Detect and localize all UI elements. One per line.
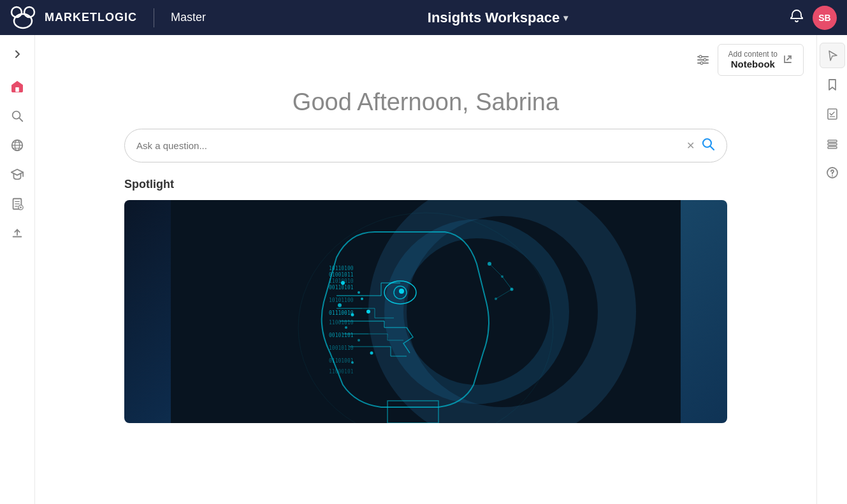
svg-point-2 — [14, 14, 32, 28]
svg-line-26 — [787, 56, 791, 60]
svg-text:11010010: 11010010 — [329, 278, 354, 284]
sidebar-item-globe[interactable] — [4, 132, 31, 159]
search-submit-icon[interactable] — [701, 137, 715, 154]
spotlight-section: Spotlight — [35, 178, 816, 423]
workspace-chevron-icon: ▾ — [563, 13, 568, 23]
svg-line-28 — [711, 147, 714, 150]
greeting-text: Good Afternoon, Sabrina — [48, 89, 804, 116]
notification-bell-icon[interactable] — [790, 9, 804, 26]
nav-right: SB — [790, 6, 837, 30]
svg-text:01101001: 01101001 — [329, 358, 354, 364]
spotlight-image[interactable]: 10110100 01001011 11010010 00110101 1010… — [124, 200, 727, 423]
svg-text:00101101: 00101101 — [329, 333, 354, 338]
bookmark-icon[interactable] — [820, 72, 845, 97]
svg-rect-3 — [15, 87, 19, 92]
sidebar-item-search[interactable] — [4, 103, 31, 129]
help-icon[interactable] — [820, 160, 845, 185]
logo-area: MARKETLOGIC Master — [10, 6, 206, 30]
content-area: Add content to Notebook Good Afternoon, … — [35, 35, 816, 504]
svg-point-39 — [358, 291, 360, 294]
svg-point-44 — [366, 310, 370, 313]
sidebar-expand-button[interactable] — [6, 43, 29, 66]
stack-icon[interactable] — [820, 131, 845, 156]
svg-text:10101100: 10101100 — [329, 298, 354, 303]
nav-master-label: Master — [171, 11, 206, 24]
checklist-icon[interactable] — [820, 101, 845, 127]
svg-line-5 — [19, 118, 22, 121]
svg-point-23 — [699, 55, 702, 58]
svg-point-40 — [338, 303, 342, 307]
sidebar-item-upload[interactable] — [4, 220, 31, 247]
cursor-tool-icon[interactable] — [820, 43, 845, 68]
search-input[interactable] — [136, 140, 680, 151]
search-clear-icon[interactable]: ✕ — [686, 140, 695, 152]
sidebar-item-home[interactable] — [4, 73, 31, 100]
user-avatar[interactable]: SB — [813, 6, 837, 30]
sidebar-item-reports[interactable] — [4, 191, 31, 217]
search-section: ✕ — [35, 129, 816, 178]
logo-text: MARKETLOGIC — [45, 11, 137, 24]
insights-workspace-button[interactable]: Insights Workspace ▾ — [428, 10, 568, 26]
filter-icon[interactable] — [696, 53, 710, 67]
svg-point-50 — [399, 289, 404, 294]
svg-text:01001011: 01001011 — [329, 272, 354, 278]
svg-text:10110100: 10110100 — [329, 266, 354, 271]
main-area: Add content to Notebook Good Afternoon, … — [0, 35, 847, 504]
spotlight-label: Spotlight — [124, 178, 727, 191]
svg-text:00110101: 00110101 — [329, 285, 354, 291]
nav-divider — [154, 8, 154, 27]
svg-point-43 — [345, 326, 347, 329]
svg-point-76 — [832, 175, 833, 176]
nav-center: Insights Workspace ▾ — [206, 10, 790, 26]
svg-text:11001010: 11001010 — [329, 320, 354, 326]
svg-text:10010110: 10010110 — [329, 345, 354, 351]
content-toolbar: Add content to Notebook — [35, 35, 816, 82]
marketlogic-logo[interactable] — [10, 6, 37, 30]
svg-point-24 — [704, 59, 706, 61]
svg-rect-73 — [828, 143, 837, 145]
top-navigation: MARKETLOGIC Master Insights Workspace ▾ … — [0, 0, 847, 35]
greeting-section: Good Afternoon, Sabrina — [35, 82, 816, 129]
add-notebook-text: Add content to Notebook — [728, 50, 778, 70]
svg-point-45 — [358, 339, 360, 342]
left-sidebar — [0, 35, 35, 504]
add-to-notebook-button[interactable]: Add content to Notebook — [718, 44, 804, 76]
svg-text:01110010: 01110010 — [329, 310, 354, 316]
svg-rect-74 — [828, 147, 837, 148]
right-sidebar — [816, 35, 847, 504]
svg-text:11000101: 11000101 — [329, 369, 354, 375]
sidebar-item-learning[interactable] — [4, 161, 31, 188]
search-bar: ✕ — [124, 129, 727, 162]
expand-icon — [783, 54, 793, 66]
svg-point-41 — [361, 298, 363, 300]
svg-point-25 — [700, 62, 703, 64]
svg-rect-72 — [828, 140, 837, 142]
svg-point-46 — [370, 352, 373, 355]
